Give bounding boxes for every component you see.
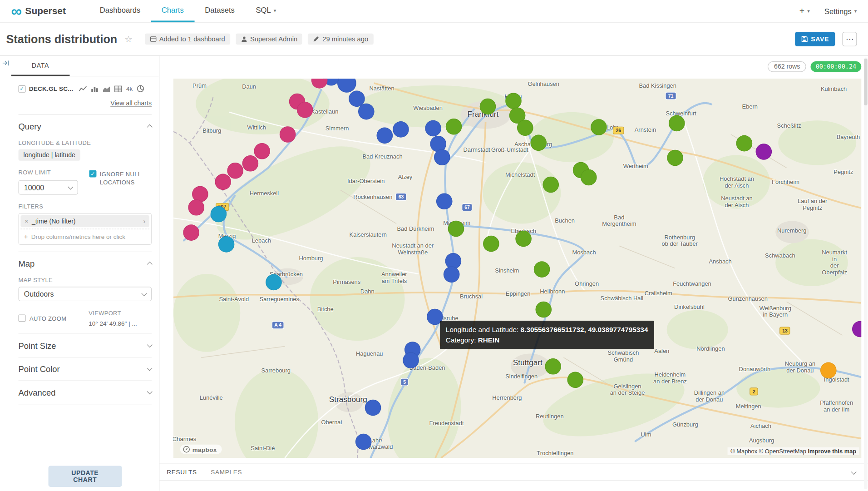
row-limit-select[interactable]: 10000 — [19, 180, 78, 195]
tab-results[interactable]: RESULTS — [167, 469, 197, 476]
map-point[interactable] — [535, 302, 552, 318]
map-point[interactable] — [505, 93, 522, 109]
map-point[interactable] — [517, 119, 533, 136]
map-point[interactable] — [358, 104, 374, 120]
view-all-charts-link[interactable]: View all charts — [110, 100, 152, 107]
map-point[interactable] — [669, 115, 685, 132]
section-query-header[interactable]: Query — [19, 122, 152, 131]
map-point[interactable] — [311, 79, 327, 88]
remove-filter-icon[interactable]: × — [25, 217, 29, 225]
map-point[interactable] — [242, 155, 259, 172]
map-point[interactable] — [218, 236, 235, 253]
map-point[interactable] — [534, 261, 550, 278]
map-point[interactable] — [211, 206, 227, 222]
map-point[interactable] — [567, 372, 583, 388]
map-point[interactable] — [581, 169, 597, 185]
expand-panel-icon[interactable] — [2, 59, 10, 67]
save-button[interactable]: SAVE — [795, 32, 835, 46]
collapse-results-icon[interactable] — [852, 467, 856, 477]
map-point[interactable] — [254, 143, 271, 159]
map-point[interactable] — [483, 236, 499, 252]
settings-menu[interactable]: Settings▾ — [824, 7, 857, 15]
map-point[interactable] — [755, 144, 772, 160]
area-chart-icon[interactable] — [103, 85, 110, 92]
map-point[interactable] — [436, 193, 453, 210]
section-advanced-header[interactable]: Advanced — [19, 387, 152, 397]
line-chart-icon[interactable] — [79, 85, 87, 92]
map-point[interactable] — [337, 79, 356, 93]
section-point-color-header[interactable]: Point Color — [19, 364, 152, 374]
tab-data[interactable]: DATA — [11, 56, 70, 76]
map-point[interactable] — [365, 400, 381, 416]
viz-4k-icon[interactable]: 4k — [126, 85, 133, 92]
new-button[interactable]: +▾ — [799, 6, 810, 16]
scrollbar-thumb[interactable] — [864, 59, 867, 105]
nav-item-sql[interactable]: SQL▾ — [245, 0, 287, 22]
map-point[interactable] — [443, 266, 459, 283]
map-point[interactable] — [852, 321, 861, 337]
osm-attribution-link[interactable]: © OpenStreetMap — [759, 448, 806, 455]
map-point[interactable] — [188, 199, 204, 216]
map-point[interactable] — [434, 149, 451, 165]
auto-zoom-checkbox-group[interactable]: AUTO ZOOM — [19, 310, 89, 327]
superset-logo[interactable]: ∞ Superset — [11, 0, 66, 22]
map-point[interactable] — [376, 128, 393, 144]
map-point[interactable] — [543, 176, 559, 193]
map-point[interactable] — [480, 99, 496, 115]
nav-item-datasets[interactable]: Datasets — [194, 0, 245, 22]
bar-chart-icon[interactable] — [91, 85, 99, 92]
map-canvas[interactable]: PrümDaunNastättenGelnhausenBad Kissingen… — [173, 79, 861, 458]
ignore-null-checkbox[interactable]: ✓ — [89, 170, 96, 178]
map-point[interactable] — [403, 352, 419, 369]
last-modified-badge[interactable]: 29 minutes ago — [308, 34, 373, 45]
filter-pill-time[interactable]: × _time (No filter) › — [20, 215, 149, 227]
favorite-star-icon[interactable]: ☆ — [124, 34, 133, 44]
map-point[interactable] — [446, 119, 462, 135]
map-point[interactable] — [531, 134, 547, 151]
map-point[interactable] — [448, 221, 464, 237]
lon-lat-pill[interactable]: longitude | latitude — [19, 149, 80, 161]
map-point[interactable] — [266, 274, 282, 291]
section-point-size-header[interactable]: Point Size — [19, 341, 152, 350]
pie-chart-icon[interactable] — [137, 85, 144, 93]
nav-item-dashboards[interactable]: Dashboards — [89, 0, 151, 22]
viewport-value[interactable]: 10° 24' 49.86" | ... — [89, 320, 137, 327]
mapbox-attribution-link[interactable]: © Mapbox — [730, 448, 757, 455]
viz-selected-checkbox[interactable]: ✓ — [19, 85, 26, 92]
map-point[interactable] — [736, 135, 753, 152]
dashboard-count-badge[interactable]: Added to 1 dashboard — [145, 34, 230, 45]
tab-samples[interactable]: SAMPLES — [211, 469, 242, 476]
section-map-header[interactable]: Map — [19, 259, 152, 268]
viz-type-label[interactable]: DECK.GL SC... — [29, 85, 74, 92]
filter-drop-zone[interactable]: + Drop columns/metrics here or click — [20, 228, 149, 244]
improve-map-link[interactable]: Improve this map — [808, 448, 856, 455]
map-point[interactable] — [297, 102, 313, 118]
owner-badge[interactable]: Superset Admin — [236, 34, 302, 45]
map-point[interactable] — [591, 119, 607, 135]
map-point[interactable] — [667, 150, 683, 166]
map-point[interactable] — [355, 433, 371, 450]
map-point[interactable] — [280, 126, 296, 143]
nav-item-charts[interactable]: Charts — [151, 0, 194, 22]
table-icon[interactable] — [114, 85, 122, 92]
update-chart-button[interactable]: UPDATE CHART — [48, 466, 122, 487]
map-point[interactable] — [215, 174, 231, 190]
map-point[interactable] — [425, 120, 442, 137]
map-point[interactable] — [820, 362, 837, 378]
more-actions-button[interactable]: ⋯ — [843, 32, 857, 46]
map-attribution: © Mapbox © OpenStreetMap Improve this ma… — [728, 447, 859, 455]
user-icon — [241, 36, 247, 43]
scrollbar[interactable] — [864, 57, 867, 489]
map-style-select[interactable]: Outdoors — [19, 287, 152, 301]
map-point[interactable] — [515, 231, 532, 247]
map-point[interactable] — [393, 121, 409, 138]
auto-zoom-checkbox[interactable] — [19, 315, 26, 322]
map-point[interactable] — [545, 358, 562, 375]
ignore-null-checkbox-group[interactable]: ✓ IGNORE NULL LOCATIONS — [89, 170, 142, 195]
row-count-badge: 662 rows — [768, 61, 806, 72]
save-disk-icon — [801, 36, 808, 43]
map-tooltip: Longitude and Latitude: 8.30556376651173… — [439, 321, 654, 349]
map-point[interactable] — [183, 224, 199, 241]
mapbox-logo[interactable]: mapbox — [180, 445, 222, 454]
map-point[interactable] — [227, 163, 243, 179]
